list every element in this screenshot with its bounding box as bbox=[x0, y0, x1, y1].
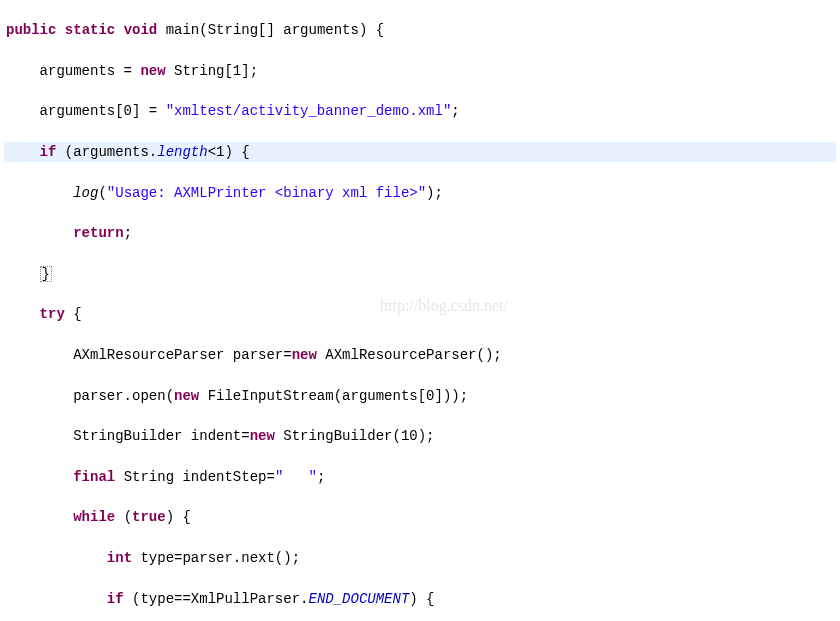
code-line: return; bbox=[4, 223, 836, 243]
code-line: log("Usage: AXMLPrinter <binary xml file… bbox=[4, 183, 836, 203]
code-line: public static void main(String[] argumen… bbox=[4, 20, 836, 40]
code-line: try { bbox=[4, 304, 836, 324]
code-line: if (type==XmlPullParser.END_DOCUMENT) { bbox=[4, 589, 836, 609]
code-line: while (true) { bbox=[4, 507, 836, 527]
code-line: arguments[0] = "xmltest/activity_banner_… bbox=[4, 101, 836, 121]
code-line: StringBuilder indent=new StringBuilder(1… bbox=[4, 426, 836, 446]
code-line: arguments = new String[1]; bbox=[4, 61, 836, 81]
code-line: AXmlResourceParser parser=new AXmlResour… bbox=[4, 345, 836, 365]
code-line: parser.open(new FileInputStream(argument… bbox=[4, 386, 836, 406]
code-line: int type=parser.next(); bbox=[4, 548, 836, 568]
closing-brace-marker: } bbox=[40, 266, 52, 282]
code-line: } bbox=[4, 264, 836, 284]
code-block: public static void main(String[] argumen… bbox=[0, 0, 840, 621]
code-line: final String indentStep=" "; bbox=[4, 467, 836, 487]
code-line-highlighted: if (arguments.length<1) { bbox=[4, 142, 836, 162]
